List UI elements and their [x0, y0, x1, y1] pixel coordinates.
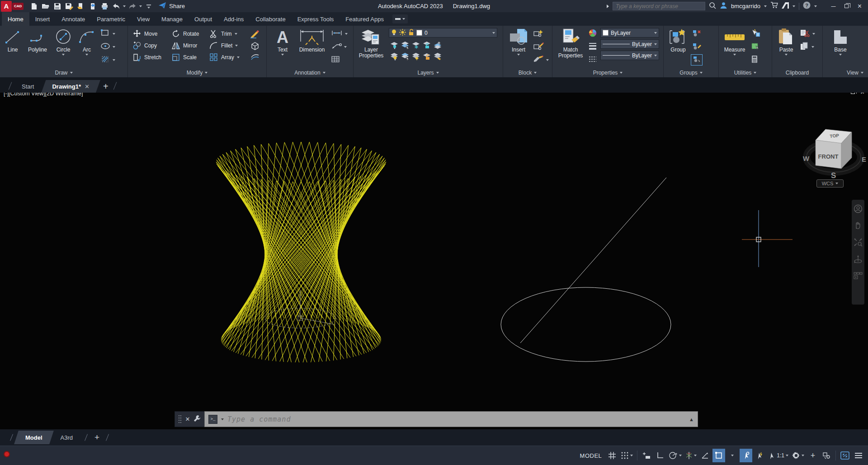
- ellipse-icon[interactable]: [100, 42, 110, 51]
- app-logo[interactable]: A CAD: [0, 0, 24, 12]
- panel-label-block[interactable]: Block: [503, 68, 552, 77]
- command-input[interactable]: [227, 415, 685, 423]
- annotation-visibility-icon[interactable]: [740, 449, 752, 462]
- navigation-bar[interactable]: [852, 200, 864, 305]
- search-expand-icon[interactable]: [607, 5, 609, 8]
- linetype-select[interactable]: ByLayer: [600, 51, 659, 60]
- tab-output[interactable]: Output: [189, 12, 218, 26]
- hatch-dropdown-icon[interactable]: [113, 59, 115, 61]
- cart-icon[interactable]: [770, 2, 778, 10]
- redo-icon[interactable]: [127, 1, 137, 11]
- array-button[interactable]: Array: [209, 53, 250, 62]
- layer-lock-icon[interactable]: [422, 41, 431, 51]
- create-block-icon[interactable]: [533, 29, 544, 38]
- new-drawing-button[interactable]: +: [103, 82, 108, 91]
- scale-button[interactable]: Scale: [171, 53, 209, 62]
- group-selection-toggle-icon[interactable]: [692, 55, 702, 65]
- rectangle-dropdown-icon[interactable]: [113, 33, 115, 35]
- tab-view[interactable]: View: [131, 12, 156, 26]
- panel-label-modify[interactable]: Modify: [128, 68, 266, 77]
- trim-button[interactable]: Trim: [209, 29, 250, 38]
- search-input[interactable]: [613, 3, 705, 9]
- restore-button[interactable]: [840, 0, 853, 12]
- help-dropdown-icon[interactable]: [814, 5, 817, 7]
- copy-clip-dropdown-icon[interactable]: [811, 46, 814, 48]
- tab-featured-apps[interactable]: Featured Apps: [340, 12, 390, 26]
- quick-select-icon[interactable]: [750, 29, 760, 38]
- group-button[interactable]: Group: [667, 28, 689, 53]
- record-indicator-icon[interactable]: [4, 451, 10, 457]
- undo-icon[interactable]: [111, 1, 121, 11]
- block-attributes-icon[interactable]: [533, 55, 544, 65]
- redo-dropdown-icon[interactable]: [139, 5, 142, 7]
- ortho-mode-icon[interactable]: [654, 449, 666, 462]
- autodesk-dropdown-icon[interactable]: [793, 5, 795, 7]
- panel-label-layers[interactable]: Layers: [354, 68, 503, 77]
- command-close-icon[interactable]: ✕: [185, 416, 190, 423]
- ungroup-icon[interactable]: [692, 29, 702, 38]
- layout-tab-model[interactable]: Model: [16, 431, 52, 444]
- layer-off-icon[interactable]: [390, 41, 399, 51]
- workspace-gear-icon[interactable]: [791, 449, 806, 462]
- measure-dropdown-icon[interactable]: [733, 54, 736, 56]
- linetype-icon[interactable]: [589, 56, 597, 64]
- rectangle-icon[interactable]: [100, 29, 110, 38]
- customize-status-icon[interactable]: [852, 449, 865, 462]
- fillet-button[interactable]: Fillet: [209, 41, 250, 50]
- insert-dropdown-icon[interactable]: [517, 54, 520, 56]
- share-button[interactable]: Share: [158, 2, 185, 10]
- base-dropdown-icon[interactable]: [839, 54, 842, 56]
- leader-icon[interactable]: [331, 43, 342, 51]
- tab-parametric[interactable]: Parametric: [91, 12, 131, 26]
- text-button[interactable]: A Text: [272, 28, 293, 56]
- tab-express-tools[interactable]: Express Tools: [292, 12, 340, 26]
- user-dropdown-icon[interactable]: [764, 5, 767, 7]
- infer-constraints-icon[interactable]: [640, 449, 653, 462]
- tab-manage[interactable]: Manage: [156, 12, 189, 26]
- annotation-autoscale-icon[interactable]: [753, 449, 766, 462]
- rotate-button[interactable]: Rotate: [171, 29, 209, 38]
- zoom-extents-icon[interactable]: [854, 238, 863, 249]
- array-dropdown-icon[interactable]: [237, 56, 240, 58]
- model-space-scene[interactable]: [0, 87, 868, 430]
- arc-button[interactable]: Arc: [77, 28, 97, 56]
- fillet-dropdown-icon[interactable]: [235, 45, 238, 47]
- panel-label-annotation[interactable]: Annotation: [267, 68, 353, 77]
- object-color-icon[interactable]: [589, 29, 597, 38]
- save-as-icon[interactable]: [64, 1, 74, 11]
- orbit-icon[interactable]: [854, 255, 863, 266]
- command-grip-handle[interactable]: [179, 415, 182, 423]
- leader-dropdown-icon[interactable]: [344, 46, 347, 48]
- ribbon-display-toggle[interactable]: [392, 14, 408, 23]
- open-from-web-icon[interactable]: [76, 1, 86, 11]
- showmotion-icon[interactable]: [854, 272, 863, 281]
- undo-dropdown-icon[interactable]: [123, 5, 126, 7]
- tab-collaborate[interactable]: Collaborate: [250, 12, 292, 26]
- circle-button[interactable]: Circle: [52, 28, 74, 56]
- layer-unlock2-icon[interactable]: [422, 52, 431, 62]
- insert-button[interactable]: Insert: [507, 28, 530, 56]
- help-icon[interactable]: ?: [803, 1, 811, 11]
- panel-label-clipboard[interactable]: Clipboard: [772, 68, 822, 77]
- color-select[interactable]: ByLayer: [600, 28, 659, 38]
- status-plus-icon[interactable]: +: [807, 449, 819, 462]
- panel-label-properties[interactable]: Properties: [552, 68, 663, 77]
- ellipse-dropdown-icon[interactable]: [113, 46, 115, 48]
- object-snap-tracking-icon[interactable]: [699, 449, 712, 462]
- command-prompt-icon[interactable]: >_: [208, 415, 217, 424]
- username[interactable]: bmcgarrido: [731, 3, 760, 9]
- offset-button[interactable]: [250, 53, 262, 61]
- layer-select[interactable]: 0: [389, 28, 497, 38]
- dimension-button[interactable]: Dimension: [296, 28, 328, 53]
- linear-dimension-icon[interactable]: [331, 30, 343, 38]
- snap-mode-icon[interactable]: [619, 449, 634, 462]
- command-customize-icon[interactable]: [193, 415, 201, 424]
- erase-button[interactable]: [250, 29, 262, 38]
- new-layout-button[interactable]: +: [94, 432, 99, 442]
- scale-dropdown-icon[interactable]: [786, 455, 788, 456]
- open-file-icon[interactable]: [41, 1, 51, 11]
- paste-dropdown-icon[interactable]: [785, 54, 788, 56]
- isolate-objects-icon[interactable]: [820, 449, 833, 462]
- group-edit-icon[interactable]: [692, 42, 702, 52]
- view-cube[interactable]: W S E TOP FRONT: [799, 117, 868, 190]
